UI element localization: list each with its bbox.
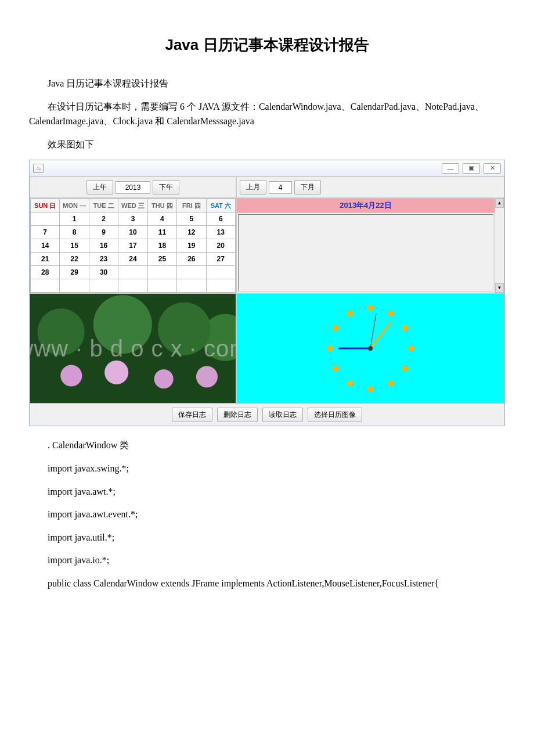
day-cell[interactable]: 5 xyxy=(177,213,206,226)
svg-point-8 xyxy=(347,380,353,386)
clock-panel xyxy=(236,293,504,404)
day-cell[interactable]: 23 xyxy=(89,253,118,266)
svg-point-4 xyxy=(408,345,414,351)
minimize-button[interactable]: — xyxy=(442,163,459,174)
description: 在设计日历记事本时，需要编写 6 个 JAVA 源文件：CalendarWind… xyxy=(29,99,505,129)
day-cell[interactable] xyxy=(89,279,118,293)
header-mon: MON — xyxy=(60,199,89,213)
scroll-up-icon[interactable]: ▲ xyxy=(495,199,504,208)
code-line: public class CalendarWindow extends JFra… xyxy=(29,576,505,591)
header-sun: SUN 日 xyxy=(31,199,60,213)
choose-image-button[interactable]: 选择日历图像 xyxy=(308,408,362,422)
day-cell[interactable]: 24 xyxy=(118,253,147,266)
day-cell[interactable] xyxy=(118,266,147,279)
svg-point-9 xyxy=(333,366,338,372)
day-cell[interactable]: 25 xyxy=(147,253,176,266)
day-cell[interactable] xyxy=(60,279,89,293)
day-cell[interactable]: 1 xyxy=(60,213,89,226)
day-cell[interactable]: 13 xyxy=(206,226,235,239)
day-cell[interactable]: 17 xyxy=(118,239,147,253)
day-cell[interactable]: 7 xyxy=(31,226,60,239)
code-line: import java.awt.event.*; xyxy=(29,507,505,522)
day-cell[interactable]: 3 xyxy=(118,213,147,226)
year-controls: 上年 2013 下年 xyxy=(30,177,236,198)
next-month-button[interactable]: 下月 xyxy=(294,180,321,195)
table-row: 1 2 3 4 5 6 xyxy=(31,213,236,226)
day-cell[interactable] xyxy=(118,279,147,293)
table-row: 28 29 30 xyxy=(31,266,236,279)
note-textarea[interactable] xyxy=(238,214,493,291)
scroll-down-icon[interactable]: ▼ xyxy=(495,283,504,293)
day-cell[interactable] xyxy=(31,279,60,293)
delete-button[interactable]: 删除日志 xyxy=(217,408,258,422)
day-cell[interactable]: 18 xyxy=(147,239,176,253)
day-cell[interactable] xyxy=(206,279,235,293)
day-cell[interactable] xyxy=(31,213,60,226)
day-cell[interactable]: 30 xyxy=(89,266,118,279)
header-sat: SAT 六 xyxy=(206,199,235,213)
calendar-image: www · b d o c x · com xyxy=(30,293,236,404)
table-row xyxy=(31,279,236,293)
header-fri: FRI 四 xyxy=(177,199,206,213)
day-cell[interactable]: 28 xyxy=(31,266,60,279)
save-button[interactable]: 保存日志 xyxy=(172,408,212,422)
day-cell[interactable]: 14 xyxy=(31,239,60,253)
day-cell[interactable]: 27 xyxy=(206,253,235,266)
svg-point-12 xyxy=(347,311,353,316)
maximize-button[interactable]: ▣ xyxy=(463,163,480,174)
day-cell[interactable]: 16 xyxy=(89,239,118,253)
svg-point-6 xyxy=(388,380,394,386)
effect-label: 效果图如下 xyxy=(29,137,505,152)
svg-point-11 xyxy=(333,325,338,331)
intro-line: Java 日历记事本课程设计报告 xyxy=(29,76,505,91)
day-cell[interactable]: 20 xyxy=(206,239,235,253)
table-row: 21 22 23 24 25 26 27 xyxy=(31,253,236,266)
java-icon: ♨ xyxy=(33,164,44,173)
day-cell[interactable]: 19 xyxy=(177,239,206,253)
svg-point-5 xyxy=(402,366,408,372)
read-button[interactable]: 读取日志 xyxy=(262,408,303,422)
day-cell[interactable]: 29 xyxy=(60,266,89,279)
day-cell[interactable]: 15 xyxy=(60,239,89,253)
header-thu: THU 四 xyxy=(147,199,176,213)
calendar-table: SUN 日 MON — TUE 二 WED 三 THU 四 FRI 四 SAT … xyxy=(30,199,236,293)
day-cell[interactable] xyxy=(206,266,235,279)
code-line: import java.util.*; xyxy=(29,530,505,545)
day-cell[interactable]: 8 xyxy=(60,226,89,239)
day-cell[interactable]: 9 xyxy=(89,226,118,239)
scrollbar[interactable]: ▲ ▼ xyxy=(495,199,504,293)
day-cell[interactable]: 22 xyxy=(60,253,89,266)
day-cell[interactable]: 2 xyxy=(89,213,118,226)
note-panel: 2013年4月22日 ▲ ▼ xyxy=(236,198,504,293)
day-cell[interactable]: 6 xyxy=(206,213,235,226)
header-wed: WED 三 xyxy=(118,199,147,213)
year-input[interactable]: 2013 xyxy=(116,181,150,194)
calendar-header-row: SUN 日 MON — TUE 二 WED 三 THU 四 FRI 四 SAT … xyxy=(31,199,236,213)
day-cell[interactable] xyxy=(177,279,206,293)
close-button[interactable]: ✕ xyxy=(484,163,501,174)
day-cell[interactable]: 10 xyxy=(118,226,147,239)
toolbar: 上年 2013 下年 上月 4 下月 xyxy=(30,177,504,198)
prev-year-button[interactable]: 上年 xyxy=(86,180,113,195)
app-window: ♨ — ▣ ✕ 上年 2013 下年 上月 4 下月 SUN 日 MON — T… xyxy=(29,160,505,426)
image-clock-row: www · b d o c x · com xyxy=(30,293,504,404)
window-buttons: — ▣ ✕ xyxy=(442,163,501,174)
month-input[interactable]: 4 xyxy=(269,181,292,194)
main-split: SUN 日 MON — TUE 二 WED 三 THU 四 FRI 四 SAT … xyxy=(30,198,504,293)
titlebar: ♨ — ▣ ✕ xyxy=(30,160,504,177)
day-cell[interactable] xyxy=(147,279,176,293)
day-cell[interactable]: 12 xyxy=(177,226,206,239)
day-cell[interactable]: 11 xyxy=(147,226,176,239)
svg-point-3 xyxy=(402,325,408,331)
svg-point-16 xyxy=(368,346,373,351)
day-cell[interactable]: 26 xyxy=(177,253,206,266)
day-cell[interactable]: 4 xyxy=(147,213,176,226)
day-cell[interactable]: 21 xyxy=(31,253,60,266)
day-cell[interactable] xyxy=(177,266,206,279)
table-row: 7 8 9 10 11 12 13 xyxy=(31,226,236,239)
table-row: 14 15 16 17 18 19 20 xyxy=(31,239,236,253)
day-cell[interactable] xyxy=(147,266,176,279)
code-line: import javax.swing.*; xyxy=(29,461,505,476)
next-year-button[interactable]: 下年 xyxy=(153,180,179,195)
prev-month-button[interactable]: 上月 xyxy=(240,180,266,195)
